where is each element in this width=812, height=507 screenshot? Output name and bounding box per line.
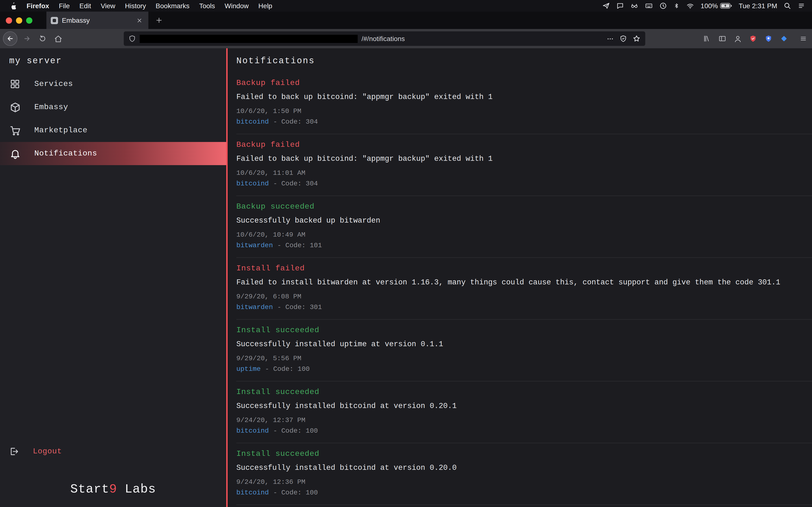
menu-edit[interactable]: Edit [75, 2, 96, 10]
menu-tools[interactable]: Tools [194, 2, 220, 10]
notification-code: - Code: 101 [277, 241, 322, 249]
new-tab-button[interactable] [151, 12, 167, 29]
notification-code: - Code: 304 [273, 180, 318, 187]
tracking-shield-icon[interactable] [129, 35, 136, 43]
cart-icon [9, 125, 21, 136]
sidebar-item-embassy[interactable]: Embassy [0, 96, 226, 119]
browser-tab[interactable]: Embassy [46, 12, 148, 29]
menu-help[interactable]: Help [254, 2, 277, 10]
sidebar-item-label: Notifications [34, 149, 97, 158]
sidebar-item-notifications[interactable]: Notifications [0, 142, 226, 165]
notification-description: Failed to install bitwarden at version 1… [236, 278, 812, 287]
sidebar-item-marketplace[interactable]: Marketplace [0, 119, 226, 142]
notification-service-link[interactable]: bitcoind [236, 427, 269, 435]
brand-labs: Labs [117, 482, 156, 496]
menu-window[interactable]: Window [220, 2, 254, 10]
glasses-icon[interactable] [630, 2, 638, 10]
notification-meta: bitwarden- Code: 101 [236, 242, 812, 249]
notification-timestamp: 10/6/20, 1:50 PM [236, 108, 812, 115]
extension-red-shield-icon[interactable] [745, 31, 761, 46]
notification-service-link[interactable]: bitwarden [236, 303, 273, 311]
notification-description: Successfully installed uptime at version… [236, 340, 812, 349]
embassy-app: my server Services Embassy Marketplace [0, 48, 812, 507]
notification-description: Failed to back up bitcoind: "appmgr back… [236, 155, 812, 164]
hamburger-menu-icon[interactable] [796, 31, 811, 46]
notification-meta: bitcoind- Code: 304 [236, 118, 812, 125]
window-close-button[interactable] [6, 17, 12, 23]
extension-diamond-icon[interactable] [776, 31, 792, 46]
notification-description: Successfully backed up bitwarden [236, 216, 812, 225]
logout-icon [9, 447, 19, 456]
page-actions-ellipsis-icon[interactable] [607, 35, 614, 42]
window-minimize-button[interactable] [16, 17, 22, 23]
extension-blue-shield-icon[interactable] [761, 31, 776, 46]
notification-timestamp: 9/24/20, 12:36 PM [236, 478, 812, 486]
start9-labs-logo: Start9 Labs [0, 463, 226, 496]
notification-service-link[interactable]: bitcoind [236, 180, 269, 187]
bell-icon [9, 148, 21, 159]
notification-list: Backup failed Failed to back up bitcoind… [236, 72, 812, 505]
sidebar-item-label: Services [34, 80, 73, 89]
notification-item: Install succeeded Successfully installed… [236, 320, 812, 382]
notification-title: Backup succeeded [236, 202, 812, 212]
notification-code: - Code: 100 [273, 427, 318, 435]
notification-code: - Code: 301 [277, 303, 322, 311]
battery-percent: 100% [701, 2, 718, 10]
url-bar[interactable]: /#/notifications [124, 32, 645, 46]
brand-start: Start [70, 482, 109, 496]
notification-service-link[interactable]: bitcoind [236, 118, 269, 125]
menu-bookmarks[interactable]: Bookmarks [151, 2, 194, 10]
reload-button[interactable] [35, 31, 50, 46]
screen: Firefox File Edit View History Bookmarks… [0, 0, 812, 507]
tab-close-icon[interactable] [134, 15, 144, 25]
wifi-icon[interactable] [686, 2, 694, 9]
logout-label: Logout [33, 447, 62, 456]
notifications-page: Notifications Backup failed Failed to ba… [227, 48, 812, 507]
page-shield-icon[interactable] [620, 35, 627, 43]
grid-icon [9, 79, 21, 89]
bookmark-star-icon[interactable] [633, 35, 641, 43]
forward-button[interactable] [19, 31, 35, 46]
menubar-app-name[interactable]: Firefox [22, 2, 54, 10]
sidebar-toggle-icon[interactable] [714, 31, 730, 46]
library-icon[interactable] [699, 31, 714, 46]
sidebar-item-services[interactable]: Services [0, 72, 226, 96]
brand-nine: 9 [109, 482, 117, 496]
notification-service-link[interactable]: uptime [236, 365, 261, 373]
time-machine-icon[interactable] [659, 2, 667, 10]
keyboard-icon[interactable] [645, 2, 653, 10]
window-zoom-button[interactable] [26, 17, 33, 23]
sidebar-item-label: Embassy [34, 103, 68, 112]
cube-icon [9, 102, 21, 113]
notification-item: Install succeeded Successfully installed… [236, 443, 812, 505]
notification-code: - Code: 304 [273, 118, 318, 125]
menu-list-icon[interactable] [798, 2, 805, 9]
notification-title: Install succeeded [236, 450, 812, 459]
home-button[interactable] [50, 31, 66, 46]
battery-indicator[interactable]: 100% [701, 2, 732, 10]
notification-service-link[interactable]: bitcoind [236, 489, 269, 496]
spotlight-search-icon[interactable] [783, 2, 791, 10]
menu-view[interactable]: View [96, 2, 120, 10]
paper-plane-icon[interactable] [602, 2, 610, 10]
menubar-clock[interactable]: Tue 2:31 PM [739, 2, 777, 10]
logout-button[interactable]: Logout [0, 440, 226, 463]
menu-file[interactable]: File [54, 2, 74, 10]
back-button[interactable] [3, 32, 17, 46]
chat-bubble-icon[interactable] [616, 2, 624, 10]
notification-meta: uptime- Code: 100 [236, 365, 812, 373]
notification-code: - Code: 100 [273, 489, 318, 496]
url-text[interactable]: /#/notifications [361, 35, 405, 43]
notification-title: Install succeeded [236, 326, 812, 335]
notification-item: Backup succeeded Successfully backed up … [236, 196, 812, 258]
sidebar: my server Services Embassy Marketplace [0, 48, 226, 507]
notification-description: Failed to back up bitcoind: "appmgr back… [236, 93, 812, 102]
notification-meta: bitwarden- Code: 301 [236, 304, 812, 311]
apple-menu-icon[interactable] [7, 2, 19, 9]
notification-description: Successfully installed bitcoind at versi… [236, 463, 812, 473]
notification-title: Install failed [236, 264, 812, 273]
account-icon[interactable] [730, 31, 745, 46]
notification-service-link[interactable]: bitwarden [236, 241, 273, 249]
bluetooth-icon[interactable] [673, 2, 679, 10]
menu-history[interactable]: History [120, 2, 151, 10]
